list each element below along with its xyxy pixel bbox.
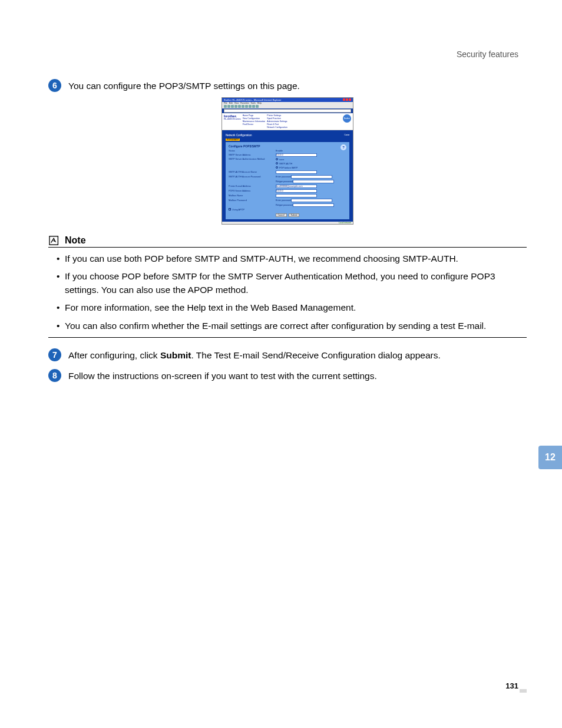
- note-header: Note: [48, 235, 527, 248]
- mailbox-name-input[interactable]: [276, 194, 317, 197]
- step-6-text: You can configure the POP3/SMTP settings…: [68, 79, 300, 93]
- solutions-center-icon[interactable]: Brother Solutions Center: [343, 114, 351, 123]
- stop-icon[interactable]: [231, 105, 234, 108]
- step-7-text: After configuring, click Submit. The Tes…: [68, 348, 441, 362]
- back-icon[interactable]: [224, 105, 227, 108]
- menu-favorites[interactable]: Favorites: [240, 102, 249, 104]
- nav-spool[interactable]: Spool Function: [267, 117, 287, 120]
- nav-col-1: Home Page View Configuration Maintenance…: [243, 114, 266, 129]
- acct-pwd-input[interactable]: [291, 175, 332, 179]
- embedded-screenshot: Brother HL-4040CN series - Microsoft Int…: [222, 97, 353, 225]
- ie-title-text: Brother HL-4040CN series - Microsoft Int…: [224, 98, 282, 101]
- mailbox-pwd-label: Mailbox Password: [229, 199, 276, 202]
- ie-toolbar: [222, 104, 353, 108]
- mailbox-name-label: Mailbox Name: [229, 195, 276, 197]
- favorites-icon[interactable]: [245, 105, 248, 108]
- step7-bold: Submit: [160, 350, 191, 360]
- model-label: HL-4040CN series: [224, 118, 241, 120]
- menu-tools[interactable]: Tools: [251, 102, 256, 104]
- cancel-button[interactable]: Cancel: [276, 213, 287, 217]
- step7-after: . The Test E-mail Send/Receive Configura…: [191, 350, 440, 360]
- row-auth-method: SMTP Server Authentication Method none: [229, 158, 346, 161]
- note-list: If you can use both POP before SMTP and …: [57, 252, 527, 332]
- note-item-1: If you can use both POP before SMTP and …: [57, 252, 527, 265]
- history-icon[interactable]: [249, 105, 252, 108]
- row-mailbox-name: Mailbox Name: [229, 194, 346, 197]
- nav-reset-test[interactable]: Reset & Test: [267, 123, 287, 126]
- step-8: 8 Follow the instructions on-screen if y…: [48, 369, 527, 383]
- nav-printer-settings[interactable]: Printer Settings: [267, 114, 287, 117]
- step7-before: After configuring, click: [68, 350, 160, 360]
- home-icon[interactable]: [238, 105, 241, 108]
- mailbox-pwd-input[interactable]: [291, 199, 332, 202]
- ie-title-bar: Brother HL-4040CN series - Microsoft Int…: [222, 98, 353, 102]
- row-auth-smtp: SMTP-AUTH: [229, 162, 346, 165]
- auth-pop-option[interactable]: POP before SMTP: [276, 166, 297, 169]
- nav-maintenance[interactable]: Maintenance Information: [243, 120, 266, 123]
- row-acct-name: SMTP-AUTH Account Name: [229, 170, 346, 174]
- button-row: Cancel Submit: [229, 213, 346, 217]
- menu-edit[interactable]: Edit: [229, 102, 233, 104]
- note-icon: [48, 235, 61, 246]
- nav-network-config[interactable]: Network Configuration: [267, 126, 287, 129]
- chapter-tab: 12: [538, 446, 562, 469]
- radio-icon: [276, 158, 278, 160]
- acct-name-label: SMTP-AUTH Account Name: [229, 171, 276, 173]
- help-icon[interactable]: ?: [340, 144, 346, 150]
- note-title: Note: [65, 235, 86, 246]
- auth-smtp-option[interactable]: SMTP-AUTH: [276, 162, 292, 165]
- row-acct-pwd2: Retype password: [229, 180, 346, 183]
- row-printer-email: Printer E-mail Address brn483068@example…: [229, 185, 346, 188]
- menu-view[interactable]: View: [234, 102, 239, 104]
- search-icon[interactable]: [242, 105, 244, 108]
- note-block: Note If you can use both POP before SMTP…: [48, 235, 527, 338]
- forward-icon[interactable]: [227, 105, 230, 108]
- printer-email-label: Printer E-mail Address: [229, 185, 276, 187]
- acct-pwd2-input[interactable]: [293, 180, 334, 183]
- apop-checkbox[interactable]: Using APOP: [229, 208, 244, 211]
- page-body: Network Configuration POP3/SMTP ? Config…: [222, 130, 353, 222]
- status-value: Enable: [276, 150, 283, 152]
- note-item-2: If you choose POP before SMTP for the SM…: [57, 270, 527, 297]
- print-icon[interactable]: [256, 105, 259, 108]
- content: 6 You can configure the POP3/SMTP settin…: [48, 79, 527, 383]
- nav-view-config[interactable]: View Configuration: [243, 117, 266, 120]
- section-title: Network Configuration: [226, 134, 349, 137]
- step-badge-6: 6: [48, 79, 61, 92]
- checkbox-icon: [229, 208, 231, 210]
- mail-icon[interactable]: [252, 105, 255, 108]
- nav-home[interactable]: Home Page: [243, 114, 266, 117]
- auth-method-label: SMTP Server Authentication Method: [229, 158, 276, 160]
- menu-help[interactable]: Help: [257, 102, 262, 104]
- ie-status-bar: Local intranet: [222, 222, 353, 224]
- panel-title: Configure POP3/SMTP: [229, 144, 346, 148]
- note-item-3: For more information, see the Help text …: [57, 301, 527, 314]
- retype-pwd-label-2: Retype password: [276, 204, 293, 206]
- step-badge-8: 8: [48, 369, 61, 382]
- row-smtp-server: SMTP Server Address 0.0.0.0: [229, 153, 346, 157]
- smtp-server-input[interactable]: 0.0.0.0: [276, 153, 317, 157]
- ie-address-bar[interactable]: [224, 109, 351, 113]
- refresh-icon[interactable]: [234, 105, 237, 108]
- auth-none-option[interactable]: none: [276, 158, 284, 161]
- pop3-server-input[interactable]: 0.0.0.0: [276, 189, 317, 193]
- status-label: Status: [229, 150, 276, 152]
- enter-pwd-label: Enter password: [276, 176, 291, 178]
- acct-name-input[interactable]: [276, 170, 317, 174]
- brand-block: brother. HL-4040CN series: [224, 114, 241, 129]
- nav-admin[interactable]: Administrator Settings: [267, 120, 287, 123]
- retype-pwd-label: Retype password: [276, 180, 293, 183]
- printer-email-input[interactable]: brn483068@example.com: [276, 185, 317, 188]
- row-pop3-server: POP3 Server Address 0.0.0.0: [229, 189, 346, 193]
- radio-icon: [276, 162, 278, 164]
- window-controls: [342, 98, 351, 101]
- note-end-rule: [48, 337, 527, 338]
- page: Security features 6 You can configure th…: [0, 0, 562, 728]
- menu-file[interactable]: File: [224, 102, 227, 104]
- tab-pop3smtp[interactable]: POP3/SMTP: [226, 139, 240, 141]
- submit-button[interactable]: Submit: [289, 213, 300, 217]
- row-apop: Using APOP: [229, 208, 346, 211]
- nav-find-device[interactable]: Find Device: [243, 123, 266, 126]
- row-mailbox-pwd: Mailbox Password Enter password: [229, 199, 346, 202]
- mailbox-pwd2-input[interactable]: [293, 203, 334, 207]
